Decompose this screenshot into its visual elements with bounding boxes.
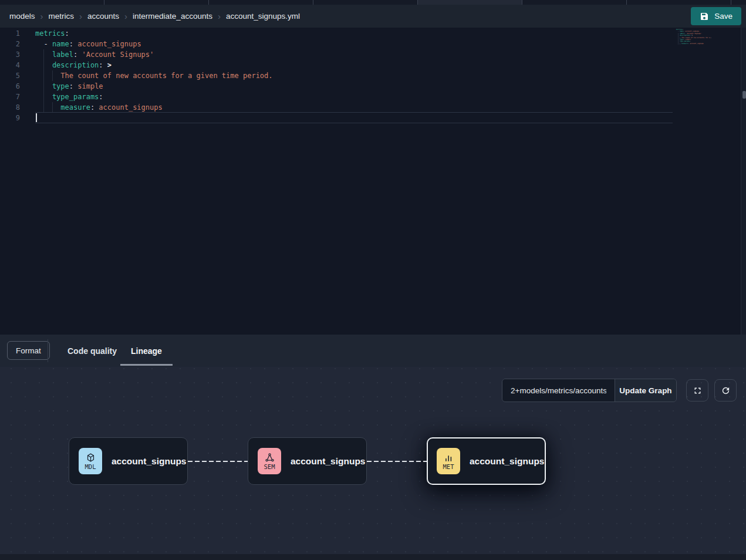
editor-minimap[interactable]: 1metrics:2 - name: account_signups3 labe…: [675, 29, 711, 50]
top-tab[interactable]: [104, 0, 209, 5]
code-token: metrics: [35, 29, 65, 38]
line-number: 7: [0, 92, 20, 102]
line-number: 4: [0, 60, 20, 70]
line-number: 5: [0, 70, 20, 81]
top-tab[interactable]: [627, 0, 731, 5]
lineage-node-metric[interactable]: MET account_signups: [427, 437, 546, 485]
code-line[interactable]: 5 The count of new accounts for a given …: [0, 70, 746, 81]
indent-guide: [35, 92, 43, 102]
semantic-model-node-label: account_signups: [291, 456, 365, 467]
code-text: metrics:: [35, 28, 69, 39]
code-line[interactable]: 7 type_params:: [0, 92, 746, 102]
top-tab[interactable]: [731, 0, 746, 5]
top-tab[interactable]: [522, 0, 627, 5]
metric-badge-label: MET: [443, 463, 454, 470]
breadcrumb-item[interactable]: account_signups.yml: [226, 12, 300, 21]
refresh-icon: [721, 386, 731, 396]
code-line[interactable]: 8 measure: account_signups: [0, 102, 746, 113]
ide-window: models›metrics›accounts›intermediate_acc…: [0, 0, 746, 560]
code-line[interactable]: 1metrics:: [0, 28, 746, 39]
code-line[interactable]: 9: [0, 113, 746, 123]
code-lines: 1metrics:2 - name: account_signups3 labe…: [0, 28, 746, 123]
lineage-graph-canvas[interactable]: Update Graph MDL account_signups: [0, 367, 746, 560]
indent-guide: [43, 49, 52, 60]
indent-guide: [35, 102, 43, 113]
selector-input[interactable]: [502, 379, 615, 402]
top-tab[interactable]: [418, 0, 522, 5]
breadcrumb-item[interactable]: accounts: [87, 12, 119, 21]
line-number: 2: [0, 39, 20, 49]
save-button[interactable]: Save: [691, 7, 741, 25]
code-text: description: >: [35, 60, 112, 70]
selector-group: Update Graph: [502, 379, 677, 402]
indent-guide: [43, 92, 52, 102]
code-text: type_params:: [35, 92, 103, 102]
code-token: measure: [60, 103, 90, 112]
top-tab[interactable]: [209, 0, 313, 5]
fullscreen-button[interactable]: [686, 379, 708, 402]
code-line[interactable]: 2 - name: account_signups: [0, 39, 746, 49]
indent-guide: [52, 102, 60, 113]
code-token: >: [103, 61, 112, 69]
code-token: type: [52, 82, 69, 90]
code-token: name: [52, 40, 69, 48]
line-number: 8: [0, 102, 20, 113]
panel-divider: [48, 339, 48, 362]
breadcrumb-item[interactable]: intermediate_accounts: [133, 12, 212, 21]
lineage-node-semantic-model[interactable]: SEM account_signups: [248, 437, 367, 485]
indent-guide: [43, 81, 52, 92]
code-token: :: [69, 82, 73, 90]
code-line[interactable]: 4 description: >: [0, 60, 746, 70]
code-token: :: [69, 40, 73, 48]
lineage-edge: [188, 461, 248, 462]
code-editor[interactable]: 1metrics:2 - name: account_signups3 labe…: [0, 28, 746, 335]
format-button[interactable]: Format: [7, 341, 50, 360]
breadcrumb-item[interactable]: metrics: [49, 12, 75, 21]
editor-scrollbar-track[interactable]: [741, 28, 746, 335]
code-token: account_signups: [94, 103, 163, 112]
metric-badge: MET: [437, 448, 460, 474]
header-bar: models›metrics›accounts›intermediate_acc…: [0, 5, 746, 28]
indent-guide: [43, 70, 52, 81]
top-tab[interactable]: [313, 0, 418, 5]
code-token: -: [43, 40, 52, 48]
breadcrumb-item[interactable]: models: [9, 12, 35, 21]
code-token: account_signups: [73, 40, 141, 48]
chevron-right-icon: ›: [79, 12, 82, 21]
line-number: 1: [0, 28, 20, 39]
semantic-model-badge: SEM: [258, 448, 281, 474]
graph-bottom-strip: [0, 554, 746, 560]
code-token: simple: [73, 82, 103, 90]
metric-node-label: account_signups: [470, 456, 544, 467]
code-token: description: [52, 61, 99, 69]
code-line: 9: [675, 45, 711, 46]
line-number: 6: [0, 81, 20, 92]
code-line[interactable]: 6 type: simple: [0, 81, 746, 92]
editor-scrollbar-thumb[interactable]: [742, 91, 746, 99]
line-number: 9: [0, 113, 20, 123]
fullscreen-icon: [693, 386, 703, 396]
bottom-panel-header: Format Code quality Lineage: [0, 335, 746, 367]
text-cursor: [36, 113, 37, 122]
code-text: type: simple: [35, 81, 103, 92]
top-tab-strip: [0, 0, 746, 5]
indent-guide: [35, 81, 43, 92]
indent-guide: [43, 60, 52, 70]
update-graph-button[interactable]: Update Graph: [615, 379, 676, 402]
code-line[interactable]: 3 label: 'Account Signups': [0, 49, 746, 60]
model-badge: MDL: [79, 448, 102, 474]
indent-guide: [43, 102, 52, 113]
code-token: The count of new accounts for a given ti…: [60, 72, 272, 80]
semantic-model-badge-label: SEM: [264, 463, 275, 470]
top-tab[interactable]: [0, 0, 104, 5]
refresh-button[interactable]: [714, 379, 737, 402]
code-token: label: [52, 50, 73, 59]
code-token: type_params: [52, 93, 99, 101]
breadcrumb: models›metrics›accounts›intermediate_acc…: [9, 12, 300, 21]
model-node-label: account_signups: [112, 456, 186, 467]
indent-guide: [52, 70, 60, 81]
chevron-right-icon: ›: [40, 12, 43, 21]
tab-code-quality[interactable]: Code quality: [67, 335, 117, 367]
lineage-node-model[interactable]: MDL account_signups: [69, 437, 188, 485]
tab-lineage[interactable]: Lineage: [120, 335, 173, 367]
